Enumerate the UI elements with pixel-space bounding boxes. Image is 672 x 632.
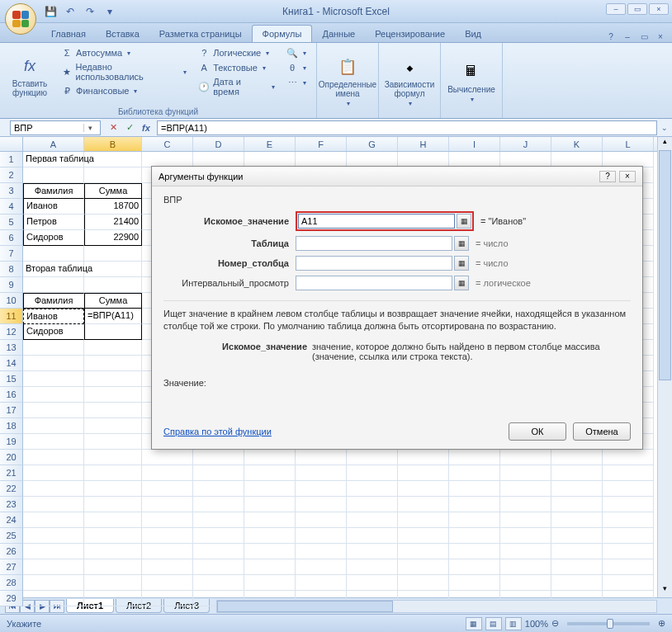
cell-F27[interactable]	[296, 559, 347, 575]
cell-H21[interactable]	[398, 465, 449, 481]
cell-F21[interactable]	[296, 465, 347, 481]
cell-E22[interactable]	[244, 481, 296, 497]
cell-C26[interactable]	[142, 544, 193, 559]
row-header-21[interactable]: 21	[0, 465, 23, 481]
maximize-button[interactable]: ▭	[627, 3, 647, 15]
row-header-12[interactable]: 12	[0, 324, 23, 340]
row-header-19[interactable]: 19	[0, 434, 23, 450]
cell-F25[interactable]	[296, 528, 347, 544]
col-header-H[interactable]: H	[398, 137, 449, 151]
cell-G23[interactable]	[347, 497, 398, 512]
arg-ref-button-3[interactable]: ▦	[454, 276, 469, 290]
cell-G24[interactable]	[347, 512, 398, 528]
hscroll-thumb[interactable]	[217, 601, 393, 612]
row-header-27[interactable]: 27	[0, 559, 23, 575]
cell-A27[interactable]	[23, 559, 84, 575]
view-normal-icon[interactable]: ▦	[466, 617, 482, 630]
expand-formula-icon[interactable]: ⌄	[657, 124, 672, 132]
cell-L25[interactable]	[603, 528, 654, 544]
cell-B15[interactable]	[84, 371, 142, 387]
cell-B10[interactable]: Сумма	[84, 293, 142, 309]
row-header-20[interactable]: 20	[0, 450, 23, 465]
cell-C29[interactable]	[142, 591, 193, 606]
cell-J21[interactable]	[500, 465, 551, 481]
cell-K28[interactable]	[551, 575, 603, 591]
cell-B5[interactable]: 21400	[84, 215, 142, 230]
cell-K27[interactable]	[551, 559, 603, 575]
cell-K20[interactable]	[551, 450, 603, 465]
cell-D24[interactable]	[193, 512, 244, 528]
cell-K24[interactable]	[551, 512, 603, 528]
cell-B21[interactable]	[84, 465, 142, 481]
cell-B23[interactable]	[84, 497, 142, 512]
col-header-J[interactable]: J	[500, 137, 551, 151]
cell-L23[interactable]	[603, 497, 654, 512]
cell-A25[interactable]	[23, 528, 84, 544]
row-header-16[interactable]: 16	[0, 387, 23, 403]
cell-B6[interactable]: 22900	[84, 230, 142, 246]
col-header-A[interactable]: A	[23, 137, 84, 151]
cell-A8[interactable]: Вторая таблица	[23, 262, 84, 277]
help-icon[interactable]: ?	[604, 31, 618, 42]
cell-B14[interactable]	[84, 356, 142, 371]
name-box[interactable]: ВПР ▾	[10, 120, 101, 135]
cell-B22[interactable]	[84, 481, 142, 497]
cell-A21[interactable]	[23, 465, 84, 481]
cell-B29[interactable]	[84, 591, 142, 606]
cell-J24[interactable]	[500, 512, 551, 528]
cell-A11[interactable]: Иванов	[23, 309, 84, 324]
qat-redo-icon[interactable]: ↷	[83, 4, 97, 19]
arg-ref-button-1[interactable]: ▦	[454, 236, 469, 251]
fx-button[interactable]: fx	[139, 120, 154, 135]
cell-D21[interactable]	[193, 465, 244, 481]
col-header-B[interactable]: B	[84, 137, 142, 151]
row-header-7[interactable]: 7	[0, 246, 23, 262]
formula-input[interactable]: =ВПР(A11)	[157, 120, 657, 135]
insert-function-button[interactable]: fx Вставить функцию	[7, 46, 53, 106]
cell-B3[interactable]: Сумма	[84, 183, 142, 199]
col-header-E[interactable]: E	[244, 137, 296, 151]
cell-A22[interactable]	[23, 481, 84, 497]
cell-J23[interactable]	[500, 497, 551, 512]
cell-B9[interactable]	[84, 277, 142, 293]
col-header-I[interactable]: I	[449, 137, 500, 151]
cell-B2[interactable]	[84, 167, 142, 183]
doc-restore-icon[interactable]: ▭	[637, 31, 651, 42]
cell-B27[interactable]	[84, 559, 142, 575]
cell-H23[interactable]	[398, 497, 449, 512]
cell-C24[interactable]	[142, 512, 193, 528]
dialog-help-link[interactable]: Справка по этой функции	[163, 427, 272, 436]
cell-L28[interactable]	[603, 575, 654, 591]
qat-undo-icon[interactable]: ↶	[63, 4, 78, 19]
cell-A28[interactable]	[23, 575, 84, 591]
cell-I22[interactable]	[449, 481, 500, 497]
tab-review[interactable]: Рецензирование	[365, 26, 455, 42]
cell-A26[interactable]	[23, 544, 84, 559]
cell-C22[interactable]	[142, 481, 193, 497]
tab-home[interactable]: Главная	[41, 26, 96, 42]
cell-H24[interactable]	[398, 512, 449, 528]
cell-B28[interactable]	[84, 575, 142, 591]
cell-D23[interactable]	[193, 497, 244, 512]
cell-K25[interactable]	[551, 528, 603, 544]
lookup-button[interactable]: 🔍▾	[283, 46, 310, 59]
row-header-24[interactable]: 24	[0, 512, 23, 528]
cell-D20[interactable]	[193, 450, 244, 465]
arg-input-2[interactable]	[296, 256, 452, 271]
cell-G20[interactable]	[347, 450, 398, 465]
arg-input-3[interactable]	[296, 276, 452, 290]
cell-B11[interactable]: =ВПР(A11)	[84, 309, 142, 324]
cell-J22[interactable]	[500, 481, 551, 497]
zoom-in-icon[interactable]: ⊕	[658, 618, 665, 629]
row-header-6[interactable]: 6	[0, 230, 23, 246]
cell-C21[interactable]	[142, 465, 193, 481]
cell-I28[interactable]	[449, 575, 500, 591]
cell-B25[interactable]	[84, 528, 142, 544]
cell-H20[interactable]	[398, 450, 449, 465]
row-header-25[interactable]: 25	[0, 528, 23, 544]
cell-J28[interactable]	[500, 575, 551, 591]
text-button[interactable]: AТекстовые▾	[195, 61, 278, 74]
vscroll-thumb[interactable]	[659, 150, 671, 380]
cell-A17[interactable]	[23, 403, 84, 418]
cell-F28[interactable]	[296, 575, 347, 591]
